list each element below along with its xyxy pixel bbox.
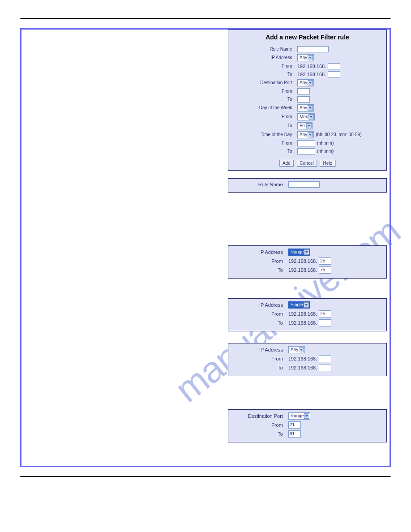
to-label: To : — [232, 320, 288, 326]
ip-mode-select[interactable]: Any — [288, 346, 305, 353]
ip-mode-select[interactable]: Range — [288, 249, 310, 256]
ip-to-input[interactable] — [319, 364, 331, 371]
ip-label: IP Address : — [232, 302, 288, 308]
ip-mode-select[interactable]: Single — [288, 301, 310, 309]
help-button[interactable]: Help — [320, 160, 335, 167]
dest-port-mode-value: Range — [291, 413, 304, 419]
ip-from-input[interactable] — [319, 355, 331, 362]
hhmm-hint: (hh:mm) — [317, 148, 334, 154]
dow-to-value: Fri — [300, 123, 305, 129]
rule-name-input[interactable] — [288, 181, 320, 188]
ip-mode-value: Single — [291, 302, 303, 308]
bottom-divider — [20, 476, 391, 477]
panel-title: Add a new Packet Filter rule — [232, 32, 383, 45]
dow-from-label: From : — [232, 114, 297, 120]
port-to-label: To : — [232, 96, 297, 103]
from-label: From : — [232, 356, 288, 362]
rule-name-label: Rule Name : — [232, 46, 297, 52]
ip-prefix: 192.168.168. — [288, 258, 317, 264]
button-row: Add Cancel Help — [232, 155, 383, 167]
ip-to-input[interactable]: 75 — [319, 266, 331, 274]
ip-from-label: From : — [232, 63, 297, 69]
port-from-label: From : — [232, 88, 297, 94]
to-label: To : — [232, 365, 288, 371]
tod-select[interactable]: Any — [297, 131, 314, 138]
from-label: From : — [232, 311, 288, 317]
ip-range-snippet: IP Address : Range From : 192.168.168.25… — [228, 245, 387, 279]
chevron-down-icon — [299, 347, 304, 352]
from-label: From : — [232, 258, 288, 264]
ip-label: IP Address : — [232, 249, 288, 255]
ip-prefix: 192.168.168. — [288, 365, 317, 371]
cancel-button[interactable]: Cancel — [297, 160, 317, 167]
tod-label: Time of the Day : — [232, 132, 297, 138]
ip-address-value: Any — [300, 55, 307, 61]
ip-prefix: 192.168.168. — [288, 311, 317, 317]
hhmm-hint: (hh:mm) — [317, 140, 334, 146]
ip-to-input[interactable] — [319, 319, 331, 326]
dest-port-value: Any — [300, 80, 307, 86]
rule-name-input[interactable] — [297, 46, 329, 52]
ip-to-label: To : — [232, 71, 297, 77]
ip-address-select[interactable]: Any — [297, 54, 314, 61]
tod-hint: (hh: 00-23, mm: 00-59) — [316, 132, 361, 138]
tod-value: Any — [300, 132, 307, 138]
to-label: To : — [232, 267, 288, 273]
chevron-down-icon — [308, 114, 314, 120]
rule-name-snippet: Rule Name : — [228, 178, 387, 193]
ip-from-prefix: 192.168.168. — [297, 63, 326, 69]
chevron-down-icon — [308, 80, 313, 86]
chevron-down-icon — [308, 105, 313, 111]
ip-single-snippet: IP Address : Single From : 192.168.168.2… — [228, 298, 387, 331]
chevron-down-icon — [308, 55, 313, 60]
add-button[interactable]: Add — [279, 160, 294, 167]
tod-from-input[interactable] — [297, 140, 315, 146]
ip-prefix: 192.168.168. — [288, 267, 317, 273]
dow-to-select[interactable]: Fri — [297, 122, 313, 129]
ip-any-snippet: IP Address : Any From : 192.168.168. To … — [228, 343, 387, 376]
ip-from-input[interactable]: 25 — [319, 257, 331, 265]
content-frame: manualshive.com Add a new Packet Filter … — [20, 28, 391, 467]
port-from-input[interactable] — [297, 88, 310, 94]
rule-name-label: Rule Name : — [232, 181, 288, 188]
dow-to-label: To : — [232, 123, 297, 129]
ip-from-input[interactable] — [328, 63, 340, 69]
chevron-down-icon — [308, 132, 313, 137]
ip-to-input[interactable] — [328, 71, 340, 77]
dest-port-mode-select[interactable]: Range — [288, 412, 310, 420]
dow-label: Day of the Week : — [232, 105, 297, 111]
ip-mode-value: Any — [291, 347, 298, 353]
ip-prefix: 192.168.168. — [288, 320, 317, 326]
tod-from-label: From : — [232, 140, 297, 146]
ip-from-input[interactable]: 25 — [319, 310, 331, 317]
dest-port-snippet: Destination Port : Range From : 21 To : … — [228, 409, 387, 442]
top-divider — [20, 18, 391, 19]
tod-to-label: To : — [232, 148, 297, 154]
chevron-down-icon — [304, 413, 309, 419]
ip-mode-value: Range — [291, 249, 304, 255]
chevron-down-icon — [304, 249, 309, 255]
dest-port-label: Destination Port : — [232, 80, 297, 86]
chevron-down-icon — [304, 302, 309, 308]
dow-value: Any — [300, 105, 307, 111]
from-label: From : — [232, 422, 288, 428]
to-label: To : — [232, 431, 288, 437]
tod-to-input[interactable] — [297, 148, 315, 154]
port-to-input[interactable] — [297, 96, 310, 103]
ip-label: IP Address : — [232, 347, 288, 353]
chevron-down-icon — [306, 123, 312, 129]
ip-address-label: IP Address : — [232, 55, 297, 61]
dow-from-value: Mon — [300, 114, 308, 120]
ip-to-prefix: 192.168.168. — [297, 71, 326, 77]
dow-from-select[interactable]: Mon — [297, 113, 315, 120]
dest-port-label: Destination Port : — [232, 413, 288, 419]
dest-port-select[interactable]: Any — [297, 79, 314, 86]
ip-prefix: 192.168.168. — [288, 356, 317, 362]
add-packet-filter-panel: Add a new Packet Filter rule Rule Name :… — [228, 30, 387, 171]
port-to-input[interactable]: 81 — [288, 430, 301, 438]
port-from-input[interactable]: 21 — [288, 421, 301, 429]
dow-select[interactable]: Any — [297, 104, 314, 112]
